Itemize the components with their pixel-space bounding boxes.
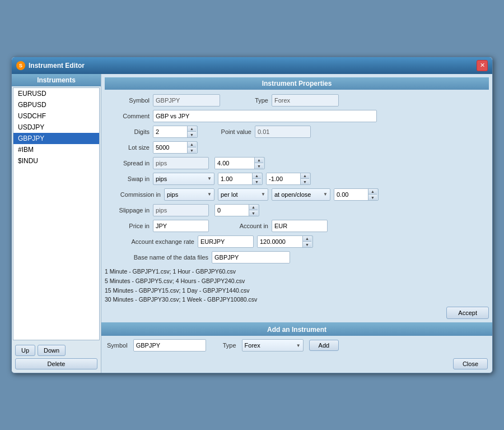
swap-v2-up[interactable]: ▲ <box>301 173 309 179</box>
price-account-row: Price in Account in <box>105 220 489 232</box>
slippage-down[interactable]: ▼ <box>249 210 258 216</box>
swap-v2-down[interactable]: ▼ <box>301 179 309 184</box>
instruments-header: Instruments <box>12 74 101 86</box>
add-instrument-form: Symbol Type Forex ▼ Add <box>101 339 492 356</box>
slippage-value-spinner[interactable]: ▲ ▼ <box>214 204 259 216</box>
close-row: Close <box>101 356 492 373</box>
digits-input[interactable] <box>153 126 187 137</box>
commission-value-spinner[interactable]: ▲ ▼ <box>334 188 379 201</box>
commission-row: Commission in pips ▼ per lot ▼ at open/c… <box>105 188 489 201</box>
data-files-line-4: 30 Minutes - GBPJPY30.csv; 1 Week - GBPJ… <box>105 295 489 304</box>
add-type-select[interactable]: Forex ▼ <box>242 339 304 352</box>
comment-input[interactable] <box>153 110 377 122</box>
instrument-item-indu[interactable]: $INDU <box>13 155 99 167</box>
swap-v1-up[interactable]: ▲ <box>253 173 261 179</box>
lot-size-spinner[interactable]: ▲ ▼ <box>153 141 198 154</box>
commission-unit3-arrow: ▼ <box>323 192 328 197</box>
account-in-input[interactable] <box>272 220 328 232</box>
lot-size-up[interactable]: ▲ <box>188 142 196 148</box>
commission-unit3-select[interactable]: at open/close ▼ <box>272 188 330 201</box>
exchange-rate-spinner[interactable]: ▲ ▼ <box>257 235 313 248</box>
down-button[interactable]: Down <box>38 345 66 356</box>
add-type-value: Forex <box>245 342 260 349</box>
digits-spinner-btns: ▲ ▼ <box>187 126 196 137</box>
slippage-unit-input[interactable] <box>153 204 209 216</box>
point-value-input <box>255 126 311 138</box>
delete-button[interactable]: Delete <box>15 358 97 369</box>
lot-size-spinner-btns: ▲ ▼ <box>187 142 196 153</box>
add-button[interactable]: Add <box>309 340 339 351</box>
main-content: Instruments EURUSD GBPUSD USDCHF USDJPY … <box>12 74 492 373</box>
accept-button[interactable]: Accept <box>446 307 489 319</box>
commission-unit2-arrow: ▼ <box>261 192 265 197</box>
comm-up[interactable]: ▲ <box>368 189 377 195</box>
commission-value-input[interactable] <box>334 189 368 200</box>
accept-row: Accept <box>105 307 489 319</box>
data-files-line-1: 1 Minute - GBPJPY1.csv; 1 Hour - GBPJPY6… <box>105 267 489 276</box>
spread-unit-input[interactable] <box>153 157 209 169</box>
symbol-row: Symbol Type <box>105 94 489 107</box>
instrument-item-gbpjpy[interactable]: GBPJPY <box>13 133 99 144</box>
digits-down[interactable]: ▼ <box>188 132 196 137</box>
spread-up[interactable]: ▲ <box>255 158 263 164</box>
instrument-item-eurusd[interactable]: EURUSD <box>13 88 99 99</box>
swap-v2-spinner-btns: ▲ ▼ <box>300 173 309 184</box>
up-button[interactable]: Up <box>15 345 35 356</box>
exrate-down[interactable]: ▼ <box>303 242 311 247</box>
lot-size-input[interactable] <box>153 142 187 153</box>
spread-down[interactable]: ▼ <box>255 163 263 169</box>
digits-spinner[interactable]: ▲ ▼ <box>153 126 198 138</box>
type-input[interactable] <box>272 94 339 107</box>
point-value-label: Point value <box>201 128 251 135</box>
exchange-rate-unit-input[interactable] <box>198 235 254 248</box>
commission-label: Commission in <box>105 191 161 198</box>
commission-unit2-select[interactable]: per lot ▼ <box>218 188 268 201</box>
spread-value-input[interactable] <box>215 158 254 169</box>
base-name-input[interactable] <box>212 251 290 263</box>
digits-up[interactable]: ▲ <box>188 126 196 132</box>
add-symbol-input[interactable] <box>133 339 206 352</box>
exchange-rate-input[interactable] <box>258 236 302 247</box>
add-symbol-label: Symbol <box>107 342 128 349</box>
swap-value1-input[interactable] <box>218 173 252 184</box>
spread-value-spinner[interactable]: ▲ ▼ <box>214 157 265 169</box>
slippage-spinner-btns: ▲ ▼ <box>249 205 258 216</box>
symbol-input[interactable] <box>153 94 220 107</box>
add-type-label: Type <box>223 342 236 349</box>
swap-v1-down[interactable]: ▼ <box>253 179 261 184</box>
exrate-up[interactable]: ▲ <box>303 236 311 242</box>
swap-value2-input[interactable] <box>267 173 300 184</box>
lot-size-row: Lot size ▲ ▼ <box>105 141 489 154</box>
commission-unit1-arrow: ▼ <box>207 192 212 197</box>
spread-row: Spread in ▲ ▼ <box>105 157 489 169</box>
window-close-button[interactable]: ✕ <box>477 60 488 71</box>
slippage-up[interactable]: ▲ <box>249 205 258 211</box>
add-instrument-section: Add an Instrument Symbol Type Forex ▼ Ad… <box>101 322 492 373</box>
base-name-label: Base name of the data files <box>105 254 208 261</box>
comm-down[interactable]: ▼ <box>368 195 377 200</box>
instrument-item-gbpusd[interactable]: GBPUSD <box>13 99 99 110</box>
data-files-line-3: 15 Minutes - GBPJPY15.csv; 1 Day - GBPJP… <box>105 286 489 295</box>
close-button[interactable]: Close <box>453 358 488 369</box>
title-bar: S Instrument Editor ✕ <box>12 57 492 74</box>
instrument-item-usdchf[interactable]: USDCHF <box>13 110 99 122</box>
swap-value1-spinner[interactable]: ▲ ▼ <box>218 173 263 185</box>
instrument-item-ibm[interactable]: #IBM <box>13 144 99 155</box>
commission-unit3-value: at open/close <box>274 191 311 198</box>
window-title: Instrument Editor <box>29 62 85 70</box>
swap-unit-select[interactable]: pips ▼ <box>153 173 214 185</box>
swap-unit-arrow: ▼ <box>207 176 212 181</box>
commission-unit1-select[interactable]: pips ▼ <box>164 188 214 201</box>
price-in-input[interactable] <box>153 220 209 232</box>
instrument-item-usdjpy[interactable]: USDJPY <box>13 122 99 133</box>
lot-size-down[interactable]: ▼ <box>188 147 196 153</box>
add-type-arrow: ▼ <box>296 343 301 348</box>
data-files-line-2: 5 Minutes - GBPJPY5.csv; 4 Hours - GBPJP… <box>105 276 489 286</box>
commission-unit1-value: pips <box>167 191 178 198</box>
exchange-rate-label: Account exchange rate <box>105 238 194 245</box>
price-in-label: Price in <box>105 223 150 229</box>
left-panel: Instruments EURUSD GBPUSD USDCHF USDJPY … <box>12 74 101 373</box>
swap-value2-spinner[interactable]: ▲ ▼ <box>266 173 311 185</box>
slippage-value-input[interactable] <box>215 205 249 216</box>
lot-size-label: Lot size <box>105 144 150 151</box>
